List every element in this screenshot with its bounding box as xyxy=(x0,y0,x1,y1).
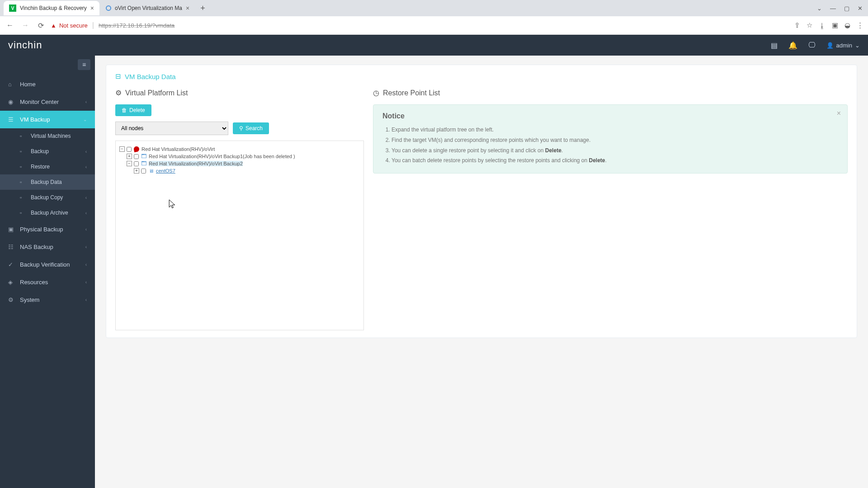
gear-icon: ⚙ xyxy=(115,89,122,97)
sub-item-backup-copy[interactable]: ▫ Backup Copy ‹ xyxy=(0,190,95,205)
sidebar-item-verification[interactable]: ✓ Backup Verification ‹ xyxy=(0,256,95,273)
tree-node-job2[interactable]: − 🗔 Red Hat Virtualization(RHV)/oVirt Ba… xyxy=(119,160,360,167)
security-badge[interactable]: ▲ Not secure xyxy=(51,22,88,29)
tree-label[interactable]: Red Hat Virtualization(RHV)/oVirt xyxy=(142,146,215,152)
download-icon[interactable]: ⭳ xyxy=(819,22,826,29)
sidebar-item-system[interactable]: ⚙ System ‹ xyxy=(0,291,95,309)
header-actions: ▤ 🔔 🖵 👤 admin ⌄ xyxy=(771,41,860,50)
sidebar-item-label: VM Backup xyxy=(20,116,50,123)
chevron-left-icon: ‹ xyxy=(85,195,87,200)
node-select[interactable]: All nodes xyxy=(115,122,228,135)
list-icon[interactable]: ▤ xyxy=(771,41,778,50)
tree-checkbox[interactable] xyxy=(141,169,146,174)
app-header: vinchin ▤ 🔔 🖵 👤 admin ⌄ xyxy=(0,35,868,56)
chevron-left-icon: ‹ xyxy=(85,211,87,216)
profile-icon[interactable]: ◒ xyxy=(844,21,850,29)
chevron-left-icon: ‹ xyxy=(85,297,87,302)
panel-icon[interactable]: ▣ xyxy=(832,21,838,29)
sidebar-item-label: Physical Backup xyxy=(20,226,63,233)
expand-icon[interactable]: + xyxy=(127,154,132,159)
tree-checkbox[interactable] xyxy=(134,161,139,166)
sidebar-item-vm-backup[interactable]: ☰ VM Backup ⌄ xyxy=(0,111,95,128)
tree-label[interactable]: centOS7 xyxy=(156,168,175,174)
verify-icon: ✓ xyxy=(8,261,14,268)
sub-item-restore[interactable]: ▫ Restore ‹ xyxy=(0,159,95,174)
address-bar: ← → ⟳ ▲ Not secure | https://172.18.16.1… xyxy=(0,16,868,34)
tree-node-vm[interactable]: + 🖥 centOS7 xyxy=(119,167,360,174)
tree-node-job1[interactable]: + 🗔 Red Hat Virtualization(RHV)/oVirt Ba… xyxy=(119,153,360,160)
sub-item-backup-data[interactable]: ▫ Backup Data xyxy=(0,174,95,190)
search-button[interactable]: ⚲ Search xyxy=(233,122,269,134)
main-content: ⊟ VM Backup Data ⚙ Virtual Platform List… xyxy=(95,56,868,488)
url-text[interactable]: https://172.18.16.19/?vmdata xyxy=(99,22,175,29)
secure-label: Not secure xyxy=(59,22,88,29)
platform-list-column: ⚙ Virtual Platform List 🗑 Delete All nod… xyxy=(115,89,364,330)
sidebar: ≡ ⌂ Home ◉ Monitor Center ‹ ☰ VM Backup … xyxy=(0,56,95,488)
clock-icon: ◷ xyxy=(373,89,379,97)
chevron-down-icon[interactable]: ⌄ xyxy=(817,5,822,12)
tab-bar: V Vinchin Backup & Recovery × oVirt Open… xyxy=(0,0,868,16)
notice-item: You can batch delete restore points by s… xyxy=(392,155,838,166)
user-icon: 👤 xyxy=(826,42,834,49)
data-icon: ▫ xyxy=(20,179,26,185)
notice-title: Notice xyxy=(382,112,838,120)
chevron-down-icon: ⌄ xyxy=(855,42,860,49)
browser-tab-inactive[interactable]: oVirt Open Virtualization Ma × xyxy=(100,1,195,15)
restore-point-column: ◷ Restore Point List × Notice Expand the… xyxy=(373,89,848,330)
collapse-icon[interactable]: − xyxy=(119,146,125,152)
sub-item-backup[interactable]: ▫ Backup ‹ xyxy=(0,144,95,159)
user-menu[interactable]: 👤 admin ⌄ xyxy=(826,42,860,49)
redhat-icon xyxy=(133,146,140,152)
logo: vinchin xyxy=(8,39,42,51)
tree-label[interactable]: Red Hat Virtualization(RHV)/oVirt Backup… xyxy=(149,161,243,166)
new-tab-button[interactable]: + xyxy=(196,4,210,13)
sub-item-virtual-machines[interactable]: ▫ Virtual Machines xyxy=(0,128,95,144)
sub-item-label: Restore xyxy=(31,164,50,170)
share-icon[interactable]: ⇪ xyxy=(794,21,800,29)
browser-chrome: V Vinchin Backup & Recovery × oVirt Open… xyxy=(0,0,868,35)
close-window-icon[interactable]: ✕ xyxy=(858,5,863,12)
screen-icon[interactable]: 🖵 xyxy=(808,41,816,49)
sidebar-toggle[interactable]: ≡ xyxy=(78,59,90,70)
tab-title: Vinchin Backup & Recovery xyxy=(20,5,87,11)
maximize-icon[interactable]: ▢ xyxy=(844,5,849,12)
job-icon: 🗔 xyxy=(141,161,147,166)
tree-label[interactable]: Red Hat Virtualization(RHV)/oVirt Backup… xyxy=(149,154,295,159)
database-icon: ⊟ xyxy=(115,72,121,80)
forward-button[interactable]: → xyxy=(20,21,31,29)
close-icon[interactable]: × xyxy=(186,5,189,12)
close-icon[interactable]: × xyxy=(837,109,841,117)
delete-button[interactable]: 🗑 Delete xyxy=(115,104,151,116)
sidebar-item-resources[interactable]: ◈ Resources ‹ xyxy=(0,273,95,291)
sidebar-item-monitor[interactable]: ◉ Monitor Center ‹ xyxy=(0,93,95,111)
tree-node-root[interactable]: − Red Hat Virtualization(RHV)/oVirt xyxy=(119,145,360,153)
close-icon[interactable]: × xyxy=(90,5,94,12)
expand-icon[interactable]: + xyxy=(134,168,139,174)
minimize-icon[interactable]: — xyxy=(830,5,836,12)
sub-item-label: Backup Copy xyxy=(31,194,63,201)
chevron-left-icon: ‹ xyxy=(85,164,87,169)
tree-checkbox[interactable] xyxy=(134,154,139,159)
sidebar-item-nas[interactable]: ☷ NAS Backup ‹ xyxy=(0,238,95,256)
reload-button[interactable]: ⟳ xyxy=(35,21,46,30)
address-bar-actions: ⇪ ☆ ⭳ ▣ ◒ ⋮ xyxy=(794,21,863,29)
back-button[interactable]: ← xyxy=(5,21,15,29)
restore-icon: ▫ xyxy=(20,164,26,170)
sidebar-item-physical[interactable]: ▣ Physical Backup ‹ xyxy=(0,221,95,238)
notice-item: You can delete a single restore point by… xyxy=(392,145,838,156)
sidebar-item-label: Backup Verification xyxy=(20,261,70,268)
backup-icon: ▫ xyxy=(20,148,26,155)
notice-item: Expand the virtual platform tree on the … xyxy=(392,125,838,135)
favicon-vinchin: V xyxy=(9,5,16,12)
sidebar-item-label: NAS Backup xyxy=(20,244,53,250)
sub-item-backup-archive[interactable]: ▫ Backup Archive ‹ xyxy=(0,205,95,221)
menu-icon[interactable]: ⋮ xyxy=(857,21,863,29)
bell-icon[interactable]: 🔔 xyxy=(788,41,797,50)
tree-checkbox[interactable] xyxy=(127,147,132,152)
sidebar-item-home[interactable]: ⌂ Home xyxy=(0,75,95,93)
user-name: admin xyxy=(836,42,852,49)
chevron-left-icon: ‹ xyxy=(85,149,87,154)
collapse-icon[interactable]: − xyxy=(127,161,132,166)
bookmark-icon[interactable]: ☆ xyxy=(807,21,812,29)
browser-tab-active[interactable]: V Vinchin Backup & Recovery × xyxy=(4,1,99,15)
